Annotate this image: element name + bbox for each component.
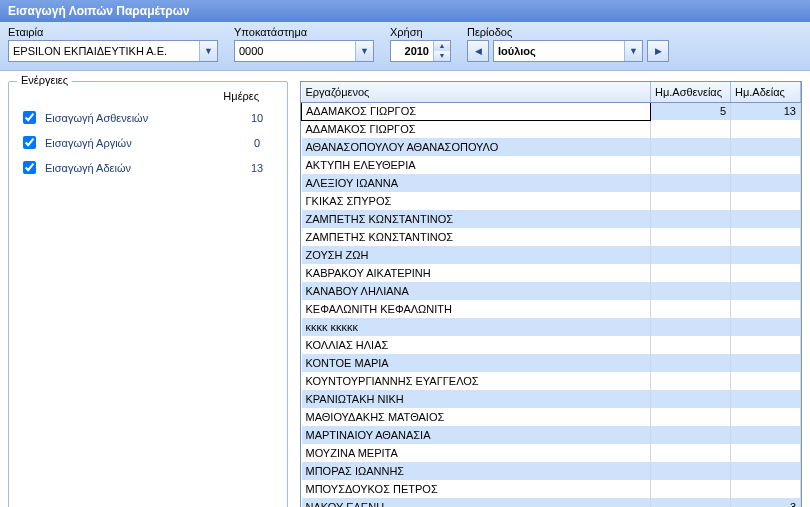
cell-sick[interactable]: 5: [651, 102, 731, 120]
cell-sick[interactable]: [651, 174, 731, 192]
table-row[interactable]: ΖΟΥΣΗ ΖΩΗ: [302, 246, 801, 264]
table-row[interactable]: ΚΑΝΑΒΟΥ ΛΗΛΙΑΝΑ: [302, 282, 801, 300]
company-combo[interactable]: ▼: [8, 40, 218, 62]
spin-down-icon[interactable]: ▼: [434, 51, 450, 61]
cell-sick[interactable]: [651, 444, 731, 462]
cell-sick[interactable]: [651, 300, 731, 318]
action-checkbox-label[interactable]: Εισαγωγή Αργιών: [19, 133, 132, 152]
table-row[interactable]: ΖΑΜΠΕΤΗΣ ΚΩΝΣΤΑΝΤΙΝΟΣ: [302, 228, 801, 246]
action-checkbox[interactable]: [23, 161, 36, 174]
cell-employee[interactable]: ΖΑΜΠΕΤΗΣ ΚΩΝΣΤΑΝΤΙΝΟΣ: [302, 228, 651, 246]
cell-leave[interactable]: [731, 300, 801, 318]
cell-sick[interactable]: [651, 210, 731, 228]
cell-leave[interactable]: [731, 444, 801, 462]
cell-leave[interactable]: [731, 282, 801, 300]
cell-employee[interactable]: ΖΟΥΣΗ ΖΩΗ: [302, 246, 651, 264]
period-combo[interactable]: ▼: [493, 40, 643, 62]
company-input[interactable]: [9, 41, 199, 61]
cell-sick[interactable]: [651, 264, 731, 282]
cell-sick[interactable]: [651, 462, 731, 480]
cell-employee[interactable]: ΚΟΥΝΤΟΥΡΓΙΑΝΝΗΣ ΕΥΑΓΓΕΛΟΣ: [302, 372, 651, 390]
cell-leave[interactable]: [731, 426, 801, 444]
cell-leave[interactable]: [731, 462, 801, 480]
col-sick[interactable]: Ημ.Ασθενείας: [651, 82, 731, 102]
cell-sick[interactable]: [651, 120, 731, 138]
table-row[interactable]: ΝΑΚΟΥ ΕΛΕΝΗ3: [302, 498, 801, 507]
branch-combo[interactable]: ▼: [234, 40, 374, 62]
cell-sick[interactable]: [651, 372, 731, 390]
table-row[interactable]: ΖΑΜΠΕΤΗΣ ΚΩΝΣΤΑΝΤΙΝΟΣ: [302, 210, 801, 228]
table-row[interactable]: ΚΡΑΝΙΩΤΑΚΗ ΝΙΚΗ: [302, 390, 801, 408]
cell-leave[interactable]: [731, 390, 801, 408]
cell-sick[interactable]: [651, 138, 731, 156]
table-row[interactable]: ΚΟΥΝΤΟΥΡΓΙΑΝΝΗΣ ΕΥΑΓΓΕΛΟΣ: [302, 372, 801, 390]
action-checkbox-label[interactable]: Εισαγωγή Αδειών: [19, 158, 131, 177]
cell-sick[interactable]: [651, 246, 731, 264]
chevron-down-icon[interactable]: ▼: [624, 41, 642, 61]
cell-employee[interactable]: ΝΑΚΟΥ ΕΛΕΝΗ: [302, 498, 651, 507]
table-row[interactable]: ΜΑΡΤΙΝΑΙΟΥ ΑΘΑΝΑΣΙΑ: [302, 426, 801, 444]
table-row[interactable]: ΜΑΘΙΟΥΔΑΚΗΣ ΜΑΤΘΑΙΟΣ: [302, 408, 801, 426]
cell-employee[interactable]: ΑΔΑΜΑΚΟΣ ΓΙΩΡΓΟΣ: [302, 120, 651, 138]
col-employee[interactable]: Εργαζόμενος: [302, 82, 651, 102]
cell-leave[interactable]: [731, 480, 801, 498]
cell-sick[interactable]: [651, 282, 731, 300]
cell-employee[interactable]: ΜΠΟΥΣΔΟΥΚΟΣ ΠΕΤΡΟΣ: [302, 480, 651, 498]
cell-employee[interactable]: ΑΘΑΝΑΣΟΠΟΥΛΟΥ ΑΘΑΝΑΣΟΠΟΥΛΟ: [302, 138, 651, 156]
table-row[interactable]: ΜΟΥΖΙΝΑ ΜΕΡΙΤΑ: [302, 444, 801, 462]
period-prev-button[interactable]: ◀: [467, 40, 489, 62]
table-row[interactable]: ΑΛΕΞΙΟΥ ΙΩΑΝΝΑ: [302, 174, 801, 192]
cell-employee[interactable]: ΑΛΕΞΙΟΥ ΙΩΑΝΝΑ: [302, 174, 651, 192]
cell-leave[interactable]: 3: [731, 498, 801, 507]
table-row[interactable]: ΜΠΟΡΑΣ ΙΩΑΝΝΗΣ: [302, 462, 801, 480]
cell-leave[interactable]: 13: [731, 102, 801, 120]
table-row[interactable]: ΚΑΒΡΑΚΟΥ ΑΙΚΑΤΕΡΙΝΗ: [302, 264, 801, 282]
cell-sick[interactable]: [651, 228, 731, 246]
cell-employee[interactable]: ΚΑΝΑΒΟΥ ΛΗΛΙΑΝΑ: [302, 282, 651, 300]
cell-employee[interactable]: ΜΠΟΡΑΣ ΙΩΑΝΝΗΣ: [302, 462, 651, 480]
cell-employee[interactable]: ΜΟΥΖΙΝΑ ΜΕΡΙΤΑ: [302, 444, 651, 462]
cell-leave[interactable]: [731, 192, 801, 210]
cell-leave[interactable]: [731, 174, 801, 192]
cell-leave[interactable]: [731, 246, 801, 264]
spin-up-icon[interactable]: ▲: [434, 41, 450, 51]
cell-employee[interactable]: ΓΚΙΚΑΣ ΣΠΥΡΟΣ: [302, 192, 651, 210]
cell-sick[interactable]: [651, 192, 731, 210]
period-next-button[interactable]: ▶: [647, 40, 669, 62]
cell-sick[interactable]: [651, 336, 731, 354]
table-row[interactable]: ΑΘΑΝΑΣΟΠΟΥΛΟΥ ΑΘΑΝΑΣΟΠΟΥΛΟ: [302, 138, 801, 156]
cell-leave[interactable]: [731, 138, 801, 156]
cell-employee[interactable]: ΖΑΜΠΕΤΗΣ ΚΩΝΣΤΑΝΤΙΝΟΣ: [302, 210, 651, 228]
cell-employee[interactable]: ΑΚΤΥΠΗ ΕΛΕΥΘΕΡΙΑ: [302, 156, 651, 174]
cell-sick[interactable]: [651, 390, 731, 408]
cell-leave[interactable]: [731, 120, 801, 138]
action-checkbox-label[interactable]: Εισαγωγή Ασθενειών: [19, 108, 148, 127]
table-row[interactable]: ΓΚΙΚΑΣ ΣΠΥΡΟΣ: [302, 192, 801, 210]
table-row[interactable]: ΚΟΝΤΟΕ ΜΑΡΙΑ: [302, 354, 801, 372]
cell-sick[interactable]: [651, 318, 731, 336]
table-row[interactable]: ΚΕΦΑΛΩΝΙΤΗ ΚΕΦΑΛΩΝΙΤΗ: [302, 300, 801, 318]
action-checkbox[interactable]: [23, 136, 36, 149]
table-row[interactable]: ΚΟΛΛΙΑΣ ΗΛΙΑΣ: [302, 336, 801, 354]
cell-employee[interactable]: ΑΔΑΜΑΚΟΣ ΓΙΩΡΓΟΣ: [302, 102, 651, 120]
cell-leave[interactable]: [731, 210, 801, 228]
chevron-down-icon[interactable]: ▼: [355, 41, 373, 61]
cell-employee[interactable]: ΚΟΝΤΟΕ ΜΑΡΙΑ: [302, 354, 651, 372]
year-input[interactable]: [391, 41, 433, 61]
cell-leave[interactable]: [731, 228, 801, 246]
cell-leave[interactable]: [731, 336, 801, 354]
period-input[interactable]: [494, 41, 624, 61]
cell-employee[interactable]: ΜΑΘΙΟΥΔΑΚΗΣ ΜΑΤΘΑΙΟΣ: [302, 408, 651, 426]
table-row[interactable]: ΑΔΑΜΑΚΟΣ ΓΙΩΡΓΟΣ: [302, 120, 801, 138]
cell-sick[interactable]: [651, 156, 731, 174]
cell-sick[interactable]: [651, 408, 731, 426]
year-spinner[interactable]: ▲ ▼: [390, 40, 451, 62]
table-row[interactable]: κκκκ κκκκκ: [302, 318, 801, 336]
col-leave[interactable]: Ημ.Αδείας: [731, 82, 801, 102]
action-checkbox[interactable]: [23, 111, 36, 124]
table-row[interactable]: ΑΔΑΜΑΚΟΣ ΓΙΩΡΓΟΣ513: [302, 102, 801, 120]
cell-leave[interactable]: [731, 372, 801, 390]
chevron-down-icon[interactable]: ▼: [199, 41, 217, 61]
cell-leave[interactable]: [731, 264, 801, 282]
cell-employee[interactable]: ΚΡΑΝΙΩΤΑΚΗ ΝΙΚΗ: [302, 390, 651, 408]
